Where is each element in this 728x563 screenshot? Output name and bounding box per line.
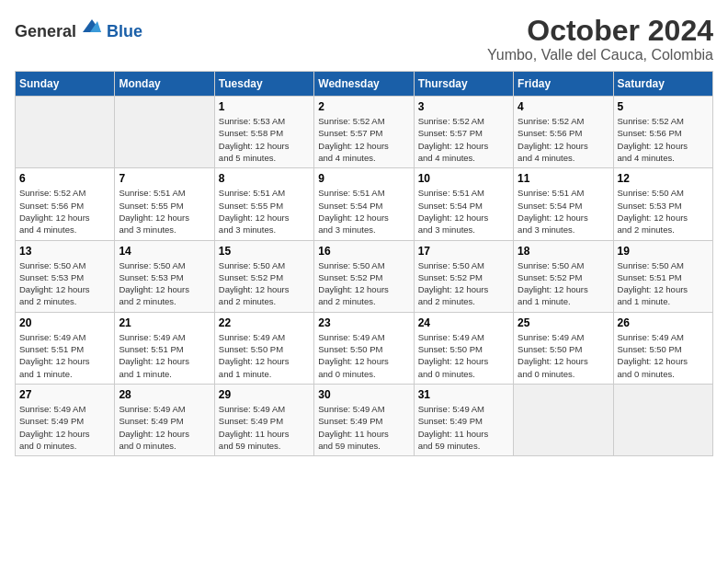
day-number: 29 bbox=[219, 388, 310, 401]
calendar-week-1: 1Sunrise: 5:53 AM Sunset: 5:58 PM Daylig… bbox=[16, 97, 713, 168]
calendar-cell: 30Sunrise: 5:49 AM Sunset: 5:49 PM Dayli… bbox=[314, 384, 414, 455]
day-detail: Sunrise: 5:51 AM Sunset: 5:54 PM Dayligh… bbox=[518, 187, 609, 236]
day-number: 4 bbox=[518, 100, 609, 113]
day-number: 2 bbox=[318, 100, 409, 113]
logo-icon bbox=[81, 15, 103, 37]
calendar-cell: 29Sunrise: 5:49 AM Sunset: 5:49 PM Dayli… bbox=[214, 384, 313, 455]
day-number: 26 bbox=[618, 316, 709, 329]
day-number: 21 bbox=[119, 316, 210, 329]
day-number: 9 bbox=[318, 172, 409, 185]
day-number: 17 bbox=[418, 245, 509, 258]
header-thursday: Thursday bbox=[414, 72, 513, 97]
day-number: 5 bbox=[618, 100, 709, 113]
day-detail: Sunrise: 5:50 AM Sunset: 5:51 PM Dayligh… bbox=[618, 259, 709, 308]
calendar-cell: 10Sunrise: 5:51 AM Sunset: 5:54 PM Dayli… bbox=[414, 168, 513, 240]
day-number: 25 bbox=[518, 316, 609, 329]
day-detail: Sunrise: 5:52 AM Sunset: 5:57 PM Dayligh… bbox=[418, 115, 509, 164]
calendar-week-2: 6Sunrise: 5:52 AM Sunset: 5:56 PM Daylig… bbox=[16, 168, 713, 240]
day-detail: Sunrise: 5:52 AM Sunset: 5:56 PM Dayligh… bbox=[19, 187, 110, 236]
day-detail: Sunrise: 5:49 AM Sunset: 5:49 PM Dayligh… bbox=[318, 403, 409, 452]
day-number: 19 bbox=[618, 245, 709, 258]
day-number: 27 bbox=[19, 388, 110, 401]
day-number: 23 bbox=[318, 316, 409, 329]
day-number: 14 bbox=[119, 245, 210, 258]
logo-general: General bbox=[15, 22, 76, 40]
header-sunday: Sunday bbox=[16, 72, 115, 97]
header-monday: Monday bbox=[115, 72, 214, 97]
calendar-cell: 1Sunrise: 5:53 AM Sunset: 5:58 PM Daylig… bbox=[214, 97, 313, 168]
calendar-cell: 9Sunrise: 5:51 AM Sunset: 5:54 PM Daylig… bbox=[314, 168, 414, 240]
day-detail: Sunrise: 5:51 AM Sunset: 5:55 PM Dayligh… bbox=[119, 187, 210, 236]
day-detail: Sunrise: 5:49 AM Sunset: 5:49 PM Dayligh… bbox=[119, 403, 210, 452]
day-number: 8 bbox=[219, 172, 310, 185]
calendar-cell: 11Sunrise: 5:51 AM Sunset: 5:54 PM Dayli… bbox=[514, 168, 613, 240]
calendar-week-3: 13Sunrise: 5:50 AM Sunset: 5:53 PM Dayli… bbox=[16, 240, 713, 312]
day-number: 30 bbox=[318, 388, 409, 401]
day-detail: Sunrise: 5:49 AM Sunset: 5:49 PM Dayligh… bbox=[19, 403, 110, 452]
day-number: 13 bbox=[19, 245, 110, 258]
calendar-cell: 28Sunrise: 5:49 AM Sunset: 5:49 PM Dayli… bbox=[115, 384, 214, 455]
day-number: 11 bbox=[518, 172, 609, 185]
day-detail: Sunrise: 5:50 AM Sunset: 5:53 PM Dayligh… bbox=[618, 187, 709, 236]
day-detail: Sunrise: 5:53 AM Sunset: 5:58 PM Dayligh… bbox=[219, 115, 310, 164]
calendar-cell: 17Sunrise: 5:50 AM Sunset: 5:52 PM Dayli… bbox=[414, 240, 513, 312]
calendar-cell: 31Sunrise: 5:49 AM Sunset: 5:49 PM Dayli… bbox=[414, 384, 513, 455]
day-detail: Sunrise: 5:50 AM Sunset: 5:53 PM Dayligh… bbox=[19, 259, 110, 308]
day-detail: Sunrise: 5:49 AM Sunset: 5:50 PM Dayligh… bbox=[219, 331, 310, 380]
day-detail: Sunrise: 5:52 AM Sunset: 5:56 PM Dayligh… bbox=[618, 115, 709, 164]
calendar-cell: 27Sunrise: 5:49 AM Sunset: 5:49 PM Dayli… bbox=[16, 384, 115, 455]
day-detail: Sunrise: 5:50 AM Sunset: 5:53 PM Dayligh… bbox=[119, 259, 210, 308]
day-number: 6 bbox=[19, 172, 110, 185]
day-detail: Sunrise: 5:49 AM Sunset: 5:49 PM Dayligh… bbox=[418, 403, 509, 452]
day-detail: Sunrise: 5:49 AM Sunset: 5:50 PM Dayligh… bbox=[318, 331, 409, 380]
day-number: 7 bbox=[119, 172, 210, 185]
calendar-cell: 7Sunrise: 5:51 AM Sunset: 5:55 PM Daylig… bbox=[115, 168, 214, 240]
header-friday: Friday bbox=[514, 72, 613, 97]
day-detail: Sunrise: 5:50 AM Sunset: 5:52 PM Dayligh… bbox=[518, 259, 609, 308]
day-detail: Sunrise: 5:50 AM Sunset: 5:52 PM Dayligh… bbox=[318, 259, 409, 308]
day-number: 12 bbox=[618, 172, 709, 185]
calendar-cell: 18Sunrise: 5:50 AM Sunset: 5:52 PM Dayli… bbox=[514, 240, 613, 312]
day-detail: Sunrise: 5:49 AM Sunset: 5:50 PM Dayligh… bbox=[418, 331, 509, 380]
location-title: Yumbo, Valle del Cauca, Colombia bbox=[487, 47, 713, 63]
day-detail: Sunrise: 5:52 AM Sunset: 5:57 PM Dayligh… bbox=[318, 115, 409, 164]
day-detail: Sunrise: 5:50 AM Sunset: 5:52 PM Dayligh… bbox=[418, 259, 509, 308]
day-detail: Sunrise: 5:49 AM Sunset: 5:51 PM Dayligh… bbox=[19, 331, 110, 380]
logo-text: General Blue bbox=[15, 15, 142, 40]
day-detail: Sunrise: 5:50 AM Sunset: 5:52 PM Dayligh… bbox=[219, 259, 310, 308]
calendar-cell: 20Sunrise: 5:49 AM Sunset: 5:51 PM Dayli… bbox=[16, 312, 115, 384]
calendar-cell: 13Sunrise: 5:50 AM Sunset: 5:53 PM Dayli… bbox=[16, 240, 115, 312]
calendar-table: SundayMondayTuesdayWednesdayThursdayFrid… bbox=[15, 71, 713, 456]
calendar-week-4: 20Sunrise: 5:49 AM Sunset: 5:51 PM Dayli… bbox=[16, 312, 713, 384]
day-detail: Sunrise: 5:49 AM Sunset: 5:51 PM Dayligh… bbox=[119, 331, 210, 380]
day-number: 10 bbox=[418, 172, 509, 185]
calendar-cell: 2Sunrise: 5:52 AM Sunset: 5:57 PM Daylig… bbox=[314, 97, 414, 168]
day-number: 18 bbox=[518, 245, 609, 258]
calendar-cell: 23Sunrise: 5:49 AM Sunset: 5:50 PM Dayli… bbox=[314, 312, 414, 384]
day-detail: Sunrise: 5:49 AM Sunset: 5:49 PM Dayligh… bbox=[219, 403, 310, 452]
day-number: 22 bbox=[219, 316, 310, 329]
calendar-cell: 6Sunrise: 5:52 AM Sunset: 5:56 PM Daylig… bbox=[16, 168, 115, 240]
calendar-cell: 25Sunrise: 5:49 AM Sunset: 5:50 PM Dayli… bbox=[514, 312, 613, 384]
day-number: 31 bbox=[418, 388, 509, 401]
calendar-header-row: SundayMondayTuesdayWednesdayThursdayFrid… bbox=[16, 72, 713, 97]
calendar-cell bbox=[16, 97, 115, 168]
calendar-cell bbox=[115, 97, 214, 168]
calendar-cell: 21Sunrise: 5:49 AM Sunset: 5:51 PM Dayli… bbox=[115, 312, 214, 384]
day-number: 16 bbox=[318, 245, 409, 258]
day-detail: Sunrise: 5:49 AM Sunset: 5:50 PM Dayligh… bbox=[618, 331, 709, 380]
calendar-cell bbox=[514, 384, 613, 455]
day-detail: Sunrise: 5:49 AM Sunset: 5:50 PM Dayligh… bbox=[518, 331, 609, 380]
header-wednesday: Wednesday bbox=[314, 72, 414, 97]
day-detail: Sunrise: 5:51 AM Sunset: 5:54 PM Dayligh… bbox=[418, 187, 509, 236]
calendar-cell: 12Sunrise: 5:50 AM Sunset: 5:53 PM Dayli… bbox=[613, 168, 712, 240]
calendar-week-5: 27Sunrise: 5:49 AM Sunset: 5:49 PM Dayli… bbox=[16, 384, 713, 455]
calendar-cell: 24Sunrise: 5:49 AM Sunset: 5:50 PM Dayli… bbox=[414, 312, 513, 384]
day-number: 3 bbox=[418, 100, 509, 113]
calendar-cell: 19Sunrise: 5:50 AM Sunset: 5:51 PM Dayli… bbox=[613, 240, 712, 312]
day-detail: Sunrise: 5:51 AM Sunset: 5:55 PM Dayligh… bbox=[219, 187, 310, 236]
logo: General Blue bbox=[15, 15, 142, 40]
calendar-cell: 5Sunrise: 5:52 AM Sunset: 5:56 PM Daylig… bbox=[613, 97, 712, 168]
calendar-cell: 26Sunrise: 5:49 AM Sunset: 5:50 PM Dayli… bbox=[613, 312, 712, 384]
calendar-cell: 3Sunrise: 5:52 AM Sunset: 5:57 PM Daylig… bbox=[414, 97, 513, 168]
